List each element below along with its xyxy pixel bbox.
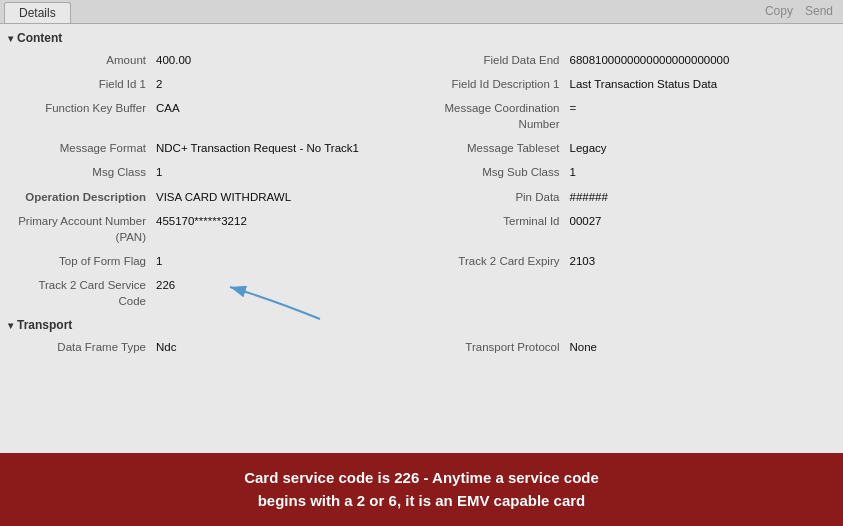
terminal-id-value: 00027 bbox=[570, 213, 828, 229]
message-tableset-cell: Message Tableset Legacy bbox=[422, 136, 836, 160]
collapse-arrow-transport: ▾ bbox=[8, 320, 13, 331]
message-tableset-value: Legacy bbox=[570, 140, 828, 156]
pan-value: 455170******3212 bbox=[156, 213, 414, 229]
data-frame-type-value: Ndc bbox=[156, 339, 414, 355]
tab-details[interactable]: Details bbox=[4, 2, 71, 23]
msg-coord-number-label: Message Coordination Number bbox=[430, 100, 570, 132]
field-id-1-label: Field Id 1 bbox=[16, 76, 156, 92]
message-format-value: NDC+ Transaction Request - No Track1 bbox=[156, 140, 414, 156]
operation-desc-label: Operation Description bbox=[16, 189, 156, 205]
operation-desc-cell: Operation Description VISA CARD WITHDRAW… bbox=[8, 185, 422, 209]
empty-right-cell bbox=[422, 273, 836, 313]
content-section-header[interactable]: ▾ Content bbox=[0, 28, 843, 48]
data-row-4: Msg Class 1 Msg Sub Class 1 bbox=[0, 160, 843, 184]
msg-class-value: 1 bbox=[156, 164, 414, 180]
data-row-0: Amount 400.00 Field Data End 68081000000… bbox=[0, 48, 843, 72]
field-id-1-value: 2 bbox=[156, 76, 414, 92]
main-window: Details Copy Send ▾ Content Amount 400.0… bbox=[0, 0, 843, 526]
content-area: ▾ Content Amount 400.00 Field Data End 6… bbox=[0, 24, 843, 453]
msg-sub-class-label: Msg Sub Class bbox=[430, 164, 570, 180]
function-key-buffer-cell: Function Key Buffer CAA bbox=[8, 96, 422, 136]
field-id-desc-1-cell: Field Id Description 1 Last Transaction … bbox=[422, 72, 836, 96]
top-form-flag-cell: Top of Form Flag 1 bbox=[8, 249, 422, 273]
message-format-label: Message Format bbox=[16, 140, 156, 156]
msg-sub-class-cell: Msg Sub Class 1 bbox=[422, 160, 836, 184]
amount-cell: Amount 400.00 bbox=[8, 48, 422, 72]
terminal-id-label: Terminal Id bbox=[430, 213, 570, 229]
transport-section-label: Transport bbox=[17, 318, 72, 332]
transport-section: ▾ Transport Data Frame Type Ndc Transpor… bbox=[0, 315, 843, 359]
track2-expiry-value: 2103 bbox=[570, 253, 828, 269]
function-key-buffer-value: CAA bbox=[156, 100, 414, 116]
pin-data-label: Pin Data bbox=[430, 189, 570, 205]
pin-data-value: ###### bbox=[570, 189, 828, 205]
transport-protocol-value: None bbox=[570, 339, 828, 355]
data-frame-type-label: Data Frame Type bbox=[16, 339, 156, 355]
pan-label: Primary Account Number (PAN) bbox=[16, 213, 156, 245]
transport-protocol-label: Transport Protocol bbox=[430, 339, 570, 355]
collapse-arrow-content: ▾ bbox=[8, 33, 13, 44]
bottom-banner: Card service code is 226 - Anytime a ser… bbox=[0, 453, 843, 526]
data-frame-type-cell: Data Frame Type Ndc bbox=[8, 335, 422, 359]
function-key-buffer-label: Function Key Buffer bbox=[16, 100, 156, 116]
data-row-5: Operation Description VISA CARD WITHDRAW… bbox=[0, 185, 843, 209]
content-section-label: Content bbox=[17, 31, 62, 45]
transport-protocol-cell: Transport Protocol None bbox=[422, 335, 836, 359]
field-id-desc-1-value: Last Transaction Status Data bbox=[570, 76, 828, 92]
pan-cell: Primary Account Number (PAN) 455170*****… bbox=[8, 209, 422, 249]
tab-bar: Details Copy Send bbox=[0, 0, 843, 24]
message-format-cell: Message Format NDC+ Transaction Request … bbox=[8, 136, 422, 160]
transport-row-0: Data Frame Type Ndc Transport Protocol N… bbox=[0, 335, 843, 359]
scrollable-panel[interactable]: ▾ Content Amount 400.00 Field Data End 6… bbox=[0, 24, 843, 453]
field-id-1-cell: Field Id 1 2 bbox=[8, 72, 422, 96]
field-data-end-value: 6808100000000000000000000 bbox=[570, 52, 828, 68]
msg-coord-number-cell: Message Coordination Number = bbox=[422, 96, 836, 136]
amount-label: Amount bbox=[16, 52, 156, 68]
msg-class-cell: Msg Class 1 bbox=[8, 160, 422, 184]
data-row-1: Field Id 1 2 Field Id Description 1 Last… bbox=[0, 72, 843, 96]
data-row-8: Track 2 Card Service Code 226 bbox=[0, 273, 843, 313]
data-row-8-wrapper: Track 2 Card Service Code 226 bbox=[0, 273, 843, 313]
banner-line1: Card service code is 226 - Anytime a ser… bbox=[20, 467, 823, 490]
data-row-6: Primary Account Number (PAN) 455170*****… bbox=[0, 209, 843, 249]
track2-service-code-cell: Track 2 Card Service Code 226 bbox=[8, 273, 422, 313]
top-form-flag-label: Top of Form Flag bbox=[16, 253, 156, 269]
msg-class-label: Msg Class bbox=[16, 164, 156, 180]
data-row-3: Message Format NDC+ Transaction Request … bbox=[0, 136, 843, 160]
track2-service-code-label: Track 2 Card Service Code bbox=[16, 277, 156, 309]
operation-desc-value: VISA CARD WITHDRAWL bbox=[156, 189, 414, 205]
field-id-desc-1-label: Field Id Description 1 bbox=[430, 76, 570, 92]
banner-line2: begins with a 2 or 6, it is an EMV capab… bbox=[20, 490, 823, 513]
copy-button[interactable]: Copy bbox=[765, 4, 793, 18]
pin-data-cell: Pin Data ###### bbox=[422, 185, 836, 209]
field-data-end-cell: Field Data End 6808100000000000000000000 bbox=[422, 48, 836, 72]
data-row-7: Top of Form Flag 1 Track 2 Card Expiry 2… bbox=[0, 249, 843, 273]
msg-sub-class-value: 1 bbox=[570, 164, 828, 180]
terminal-id-cell: Terminal Id 00027 bbox=[422, 209, 836, 249]
amount-value: 400.00 bbox=[156, 52, 414, 68]
transport-section-header[interactable]: ▾ Transport bbox=[0, 315, 843, 335]
message-tableset-label: Message Tableset bbox=[430, 140, 570, 156]
track2-expiry-label: Track 2 Card Expiry bbox=[430, 253, 570, 269]
field-data-end-label: Field Data End bbox=[430, 52, 570, 68]
msg-coord-number-value: = bbox=[570, 100, 828, 116]
send-button[interactable]: Send bbox=[805, 4, 833, 18]
track2-service-code-value: 226 bbox=[156, 277, 414, 293]
top-form-flag-value: 1 bbox=[156, 253, 414, 269]
track2-expiry-cell: Track 2 Card Expiry 2103 bbox=[422, 249, 836, 273]
data-row-2: Function Key Buffer CAA Message Coordina… bbox=[0, 96, 843, 136]
